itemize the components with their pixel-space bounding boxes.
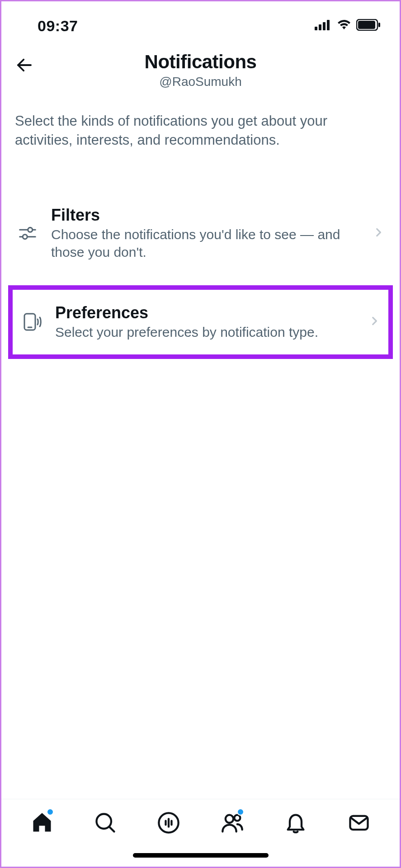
- wifi-icon: [336, 19, 352, 32]
- svg-point-9: [28, 227, 33, 232]
- svg-rect-3: [327, 20, 330, 30]
- status-time: 09:37: [19, 17, 78, 35]
- svg-point-20: [225, 815, 233, 823]
- chevron-right-icon: [368, 315, 382, 329]
- settings-list: Filters Choose the notifications you'd l…: [1, 195, 400, 359]
- preferences-title: Preferences: [55, 303, 358, 322]
- preferences-text: Preferences Select your preferences by n…: [55, 303, 358, 341]
- phone-vibrate-icon: [19, 311, 44, 333]
- sliders-icon: [15, 223, 40, 244]
- nav-notifications[interactable]: [282, 810, 309, 837]
- nav-spaces[interactable]: [155, 810, 182, 837]
- cellular-icon: [315, 19, 332, 32]
- svg-point-21: [234, 815, 240, 821]
- bell-icon: [284, 811, 307, 836]
- nav-communities[interactable]: [219, 810, 246, 837]
- svg-rect-0: [315, 27, 317, 30]
- battery-icon: [356, 19, 382, 33]
- nav-search[interactable]: [92, 810, 119, 837]
- filters-title: Filters: [51, 206, 362, 225]
- svg-rect-5: [358, 21, 375, 29]
- filters-row[interactable]: Filters Choose the notifications you'd l…: [1, 195, 400, 272]
- preferences-desc: Select your preferences by notification …: [55, 323, 358, 341]
- page-username: @RaoSumukh: [15, 75, 386, 89]
- svg-rect-2: [323, 22, 326, 30]
- back-button[interactable]: [13, 55, 36, 77]
- svg-rect-6: [378, 23, 380, 27]
- mail-icon: [347, 811, 371, 836]
- nav-messages[interactable]: [345, 810, 373, 837]
- chevron-right-icon: [373, 226, 386, 240]
- page-header: Notifications @RaoSumukh: [1, 42, 400, 103]
- page-description: Select the kinds of notifications you ge…: [1, 103, 400, 168]
- badge-dot: [47, 808, 54, 816]
- home-indicator[interactable]: [133, 853, 269, 858]
- search-icon: [94, 811, 117, 836]
- svg-point-11: [23, 234, 27, 239]
- status-icons: [315, 19, 382, 33]
- arrow-left-icon: [15, 56, 34, 76]
- status-bar: 09:37: [1, 1, 400, 42]
- svg-line-15: [109, 827, 114, 832]
- preferences-row[interactable]: Preferences Select your preferences by n…: [8, 285, 393, 359]
- badge-dot: [237, 808, 244, 816]
- filters-desc: Choose the notifications you'd like to s…: [51, 226, 362, 261]
- page-title: Notifications: [15, 51, 386, 73]
- filters-text: Filters Choose the notifications you'd l…: [51, 206, 362, 261]
- svg-rect-1: [319, 24, 321, 30]
- mic-icon: [157, 811, 180, 836]
- nav-home[interactable]: [28, 810, 56, 837]
